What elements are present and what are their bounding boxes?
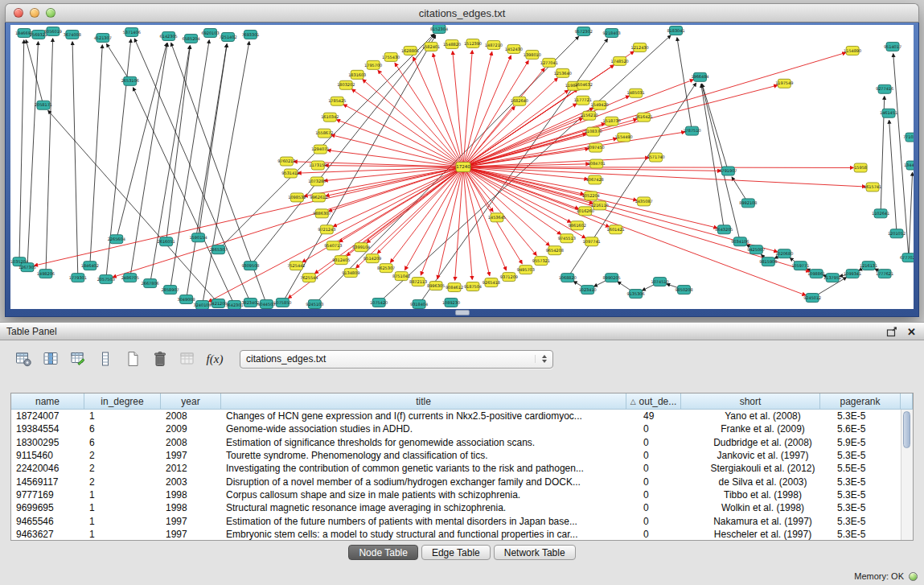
graph-node[interactable]: 9187504 bbox=[464, 282, 482, 291]
table-row[interactable]: 1872400712008Changes of HCN gene express… bbox=[11, 410, 913, 422]
graph-node[interactable]: 9318404 bbox=[410, 300, 428, 309]
graph-node[interactable]: 1073280 bbox=[308, 177, 326, 186]
graph-node[interactable]: 2667806 bbox=[142, 279, 159, 288]
graph-node[interactable]: 9218403 bbox=[603, 28, 621, 37]
graph-node[interactable]: 3421200 bbox=[209, 299, 227, 308]
table-row[interactable]: 1456911722003Disruption of a novel membe… bbox=[11, 475, 913, 488]
graph-edge[interactable] bbox=[166, 46, 191, 241]
graph-node[interactable]: 1485031 bbox=[627, 89, 645, 97]
graph-edge[interactable] bbox=[909, 172, 913, 257]
graph-node[interactable]: 1154490 bbox=[615, 133, 633, 142]
graph-node[interactable]: 9134809 bbox=[342, 269, 359, 278]
graph-node[interactable]: 1084701 bbox=[588, 159, 606, 168]
graph-node[interactable]: 9540713 bbox=[324, 241, 342, 250]
graph-node[interactable]: 1074510 bbox=[651, 278, 668, 286]
graph-node[interactable]: 1098530 bbox=[288, 193, 306, 202]
graph-node[interactable]: 15958 bbox=[854, 163, 867, 172]
graph-node[interactable]: 9084612 bbox=[446, 283, 463, 292]
table-row[interactable]: 977716911998Corpus callosum shape and si… bbox=[11, 488, 913, 501]
graph-node[interactable]: 3674008 bbox=[64, 30, 81, 39]
graph-node[interactable]: 1253640 bbox=[554, 68, 572, 77]
graph-node[interactable]: 1966484 bbox=[691, 72, 708, 81]
tab-edge-table[interactable]: Edge Table bbox=[421, 545, 491, 560]
graph-node[interactable]: 9265418 bbox=[483, 278, 500, 287]
graph-node[interactable]: 1571740 bbox=[647, 153, 664, 162]
graph-node[interactable]: 9721243 bbox=[318, 225, 335, 234]
graph-node[interactable]: 1590154 bbox=[190, 233, 207, 242]
graph-node[interactable]: 8872113 bbox=[409, 278, 427, 286]
graph-edge[interactable] bbox=[453, 51, 463, 167]
graph-node[interactable]: 9654208 bbox=[546, 246, 564, 255]
graph-edge[interactable] bbox=[702, 84, 741, 242]
graph-node[interactable]: 1628801 bbox=[401, 46, 419, 55]
graph-node[interactable]: 1156210 bbox=[581, 111, 598, 120]
graph-node[interactable]: 2058171 bbox=[35, 101, 52, 109]
graph-node[interactable]: 9745513 bbox=[558, 234, 576, 243]
column-header-name[interactable]: name bbox=[11, 393, 84, 410]
graph-node[interactable]: 1435087 bbox=[635, 197, 653, 206]
graph-node[interactable]: 1582401 bbox=[422, 42, 440, 51]
show-columns-button[interactable] bbox=[40, 348, 61, 369]
table-row[interactable]: 1938455462009Genome-wide association stu… bbox=[11, 422, 913, 435]
tab-node-table[interactable]: Node Table bbox=[348, 545, 418, 560]
graph-edge[interactable] bbox=[701, 84, 725, 230]
graph-node[interactable]: 1020680 bbox=[775, 249, 793, 258]
graph-node[interactable]: 1831603 bbox=[348, 70, 366, 79]
graph-node[interactable]: 9034106 bbox=[731, 237, 749, 246]
graph-node[interactable]: 1102641 bbox=[872, 209, 889, 218]
graph-node[interactable]: 6920103 bbox=[201, 28, 219, 37]
graph-node[interactable]: 9531412 bbox=[281, 169, 299, 178]
graph-node[interactable]: 1216131 bbox=[860, 262, 877, 270]
graph-edge[interactable] bbox=[26, 40, 43, 105]
graph-edge[interactable] bbox=[463, 51, 634, 167]
graph-edge[interactable] bbox=[463, 167, 778, 252]
graph-edge[interactable] bbox=[379, 35, 671, 303]
table-row[interactable]: 911546021997Tourette syndrome. Phenomeno… bbox=[11, 449, 913, 462]
graph-node[interactable]: 1052204 bbox=[582, 192, 600, 200]
graph-node[interactable]: 1787510 bbox=[683, 126, 700, 135]
graph-edge[interactable] bbox=[463, 61, 528, 167]
graph-node[interactable]: 7710323 bbox=[903, 133, 914, 142]
graph-node[interactable]: 1682640 bbox=[511, 97, 528, 105]
scrollbar-thumb[interactable] bbox=[903, 411, 910, 448]
graph-node[interactable]: 1558672 bbox=[315, 129, 333, 138]
graph-node[interactable]: 9557321 bbox=[532, 257, 550, 266]
tab-network-table[interactable]: Network Table bbox=[494, 545, 576, 560]
graph-node[interactable]: 1748520 bbox=[611, 56, 629, 65]
graph-edge[interactable] bbox=[27, 42, 39, 267]
graph-node[interactable]: 1512390 bbox=[464, 39, 482, 47]
close-panel-icon[interactable]: ✕ bbox=[907, 327, 916, 337]
graph-node[interactable]: 1075850 bbox=[273, 299, 291, 307]
graph-node[interactable]: 1097741 bbox=[583, 237, 601, 246]
graph-node[interactable]: 4044503 bbox=[257, 300, 275, 309]
graph-edge[interactable] bbox=[107, 44, 130, 81]
graph-node[interactable]: 3240109 bbox=[193, 301, 211, 309]
graph-node[interactable]: 1548820 bbox=[443, 39, 461, 48]
graph-edge[interactable] bbox=[463, 52, 846, 167]
graph-node[interactable]: 1795700 bbox=[364, 60, 382, 69]
edit-table-button[interactable] bbox=[68, 348, 88, 369]
vertical-scrollbar[interactable] bbox=[901, 410, 913, 540]
graph-node[interactable]: 9312405 bbox=[332, 256, 350, 265]
graph-node[interactable]: 8643205 bbox=[715, 225, 733, 234]
graph-node[interactable]: 1216110 bbox=[591, 201, 609, 210]
graph-node[interactable]: 7251402 bbox=[219, 32, 236, 41]
graph-edge[interactable] bbox=[343, 105, 463, 167]
function-builder-button[interactable]: f(x) bbox=[204, 348, 225, 369]
graph-node[interactable]: 8751042 bbox=[392, 272, 410, 281]
close-window-button[interactable] bbox=[14, 8, 23, 18]
graph-edge[interactable] bbox=[331, 135, 463, 167]
graph-node[interactable]: 7693301 bbox=[241, 30, 259, 39]
graph-node[interactable]: 1453645 bbox=[488, 213, 506, 222]
graph-node[interactable]: 1173150 bbox=[309, 161, 326, 170]
graph-edge[interactable] bbox=[134, 39, 250, 303]
graph-edge[interactable] bbox=[677, 38, 692, 131]
graph-node[interactable]: 1023410 bbox=[579, 286, 597, 295]
column-header-out_degree[interactable]: △out_de... bbox=[626, 393, 681, 410]
graph-edge[interactable] bbox=[46, 39, 53, 274]
table-row[interactable]: 946362711997Embryonic stem cells: a mode… bbox=[11, 528, 913, 540]
graph-node[interactable]: 1344982 bbox=[904, 161, 914, 170]
graph-edge[interactable] bbox=[356, 167, 463, 268]
graph-edge[interactable] bbox=[463, 167, 637, 200]
graph-edge[interactable] bbox=[463, 167, 585, 238]
